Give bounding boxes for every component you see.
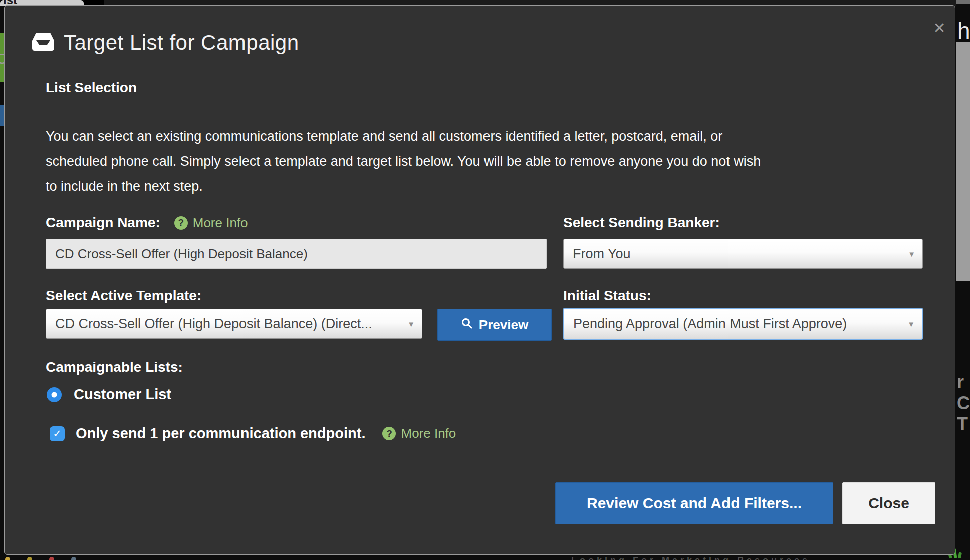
target-list-modal: ✕ Target List for Campaign List Selectio…	[4, 5, 955, 555]
cutoff-icon	[71, 557, 76, 560]
close-icon[interactable]: ✕	[931, 20, 948, 37]
help-icon: ?	[382, 427, 396, 440]
page-title: Target List for Campaign	[64, 31, 299, 55]
inbox-icon	[32, 32, 55, 53]
preview-button[interactable]: Preview	[437, 309, 552, 341]
cutoff-icon	[5, 557, 10, 560]
modal-header: Target List for Campaign	[32, 31, 299, 55]
search-icon	[461, 317, 473, 333]
chevron-down-icon: ▼	[908, 250, 915, 258]
sending-banker-select[interactable]: From You ▼	[563, 239, 923, 269]
right-edge-letter: h	[957, 17, 970, 41]
description-text: You can select an existing communication…	[46, 124, 947, 199]
sending-banker-label: Select Sending Banker:	[563, 215, 720, 231]
right-edge-top	[956, 0, 970, 4]
customer-list-radio-row[interactable]: Customer List	[47, 386, 171, 403]
campaignable-lists-label: Campaignable Lists:	[46, 359, 183, 375]
bottom-cutoff-icons	[5, 557, 76, 560]
help-icon: ?	[174, 216, 188, 230]
radio-selected-icon[interactable]	[47, 387, 62, 402]
initial-status-select[interactable]: Pending Approval (Admin Must First Appro…	[563, 308, 923, 340]
initial-status-label: Initial Status:	[563, 288, 651, 304]
campaign-name-input[interactable]	[46, 239, 547, 269]
section-heading: List Selection	[46, 80, 137, 96]
right-edge-fragments: r C T	[957, 372, 970, 437]
review-cost-button[interactable]: Review Cost and Add Filters...	[555, 482, 833, 524]
dedupe-label: Only send 1 per communication endpoint.	[76, 425, 365, 442]
active-template-label: Select Active Template:	[46, 288, 201, 304]
scrollbar-peek[interactable]	[956, 42, 970, 281]
dedupe-checkbox-row[interactable]: Only send 1 per communication endpoint. …	[50, 425, 456, 442]
dedupe-more-info-link[interactable]: ? More Info	[382, 426, 456, 441]
bottom-cutoff-text: Looking For Marketing Resources	[571, 555, 892, 560]
active-template-select[interactable]: CD Cross-Sell Offer (High Deposit Balanc…	[46, 309, 422, 339]
chevron-down-icon: ▼	[907, 320, 915, 328]
close-button[interactable]: Close	[842, 482, 935, 524]
campaign-name-label: Campaign Name: ? More Info	[46, 215, 248, 231]
cutoff-icon	[49, 557, 54, 560]
cutoff-icon	[27, 557, 32, 560]
customer-list-radio-label: Customer List	[74, 386, 171, 403]
chevron-down-icon: ▼	[407, 320, 415, 328]
campaign-more-info-link[interactable]: ? More Info	[174, 215, 248, 231]
checkbox-checked-icon[interactable]	[50, 426, 65, 441]
